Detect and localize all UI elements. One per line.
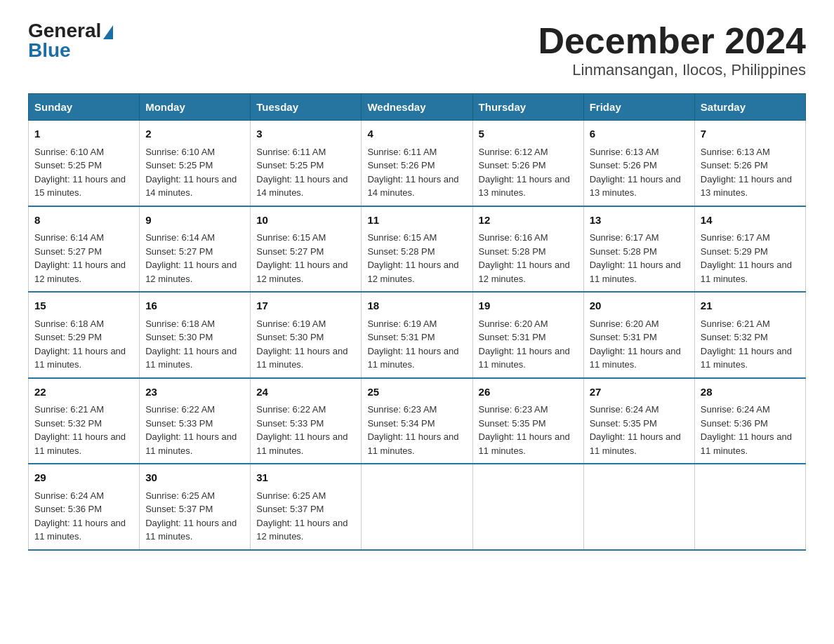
day-cell: 18 Sunrise: 6:19 AMSunset: 5:31 PMDaylig… [362,292,472,378]
day-info: Sunrise: 6:13 AMSunset: 5:26 PMDaylight:… [590,145,689,200]
day-info: Sunrise: 6:22 AMSunset: 5:33 PMDaylight:… [145,403,244,457]
day-cell: 24 Sunrise: 6:22 AMSunset: 5:33 PMDaylig… [251,378,362,464]
day-info: Sunrise: 6:20 AMSunset: 5:31 PMDaylight:… [479,317,578,372]
calendar-table: SundayMondayTuesdayWednesdayThursdayFrid… [28,93,806,551]
day-cell: 6 Sunrise: 6:13 AMSunset: 5:26 PMDayligh… [583,121,694,206]
week-row-2: 8 Sunrise: 6:14 AMSunset: 5:27 PMDayligh… [29,206,806,293]
day-cell [362,464,472,550]
week-row-1: 1 Sunrise: 6:10 AMSunset: 5:25 PMDayligh… [29,121,806,206]
day-cell: 30 Sunrise: 6:25 AMSunset: 5:37 PMDaylig… [140,464,251,550]
day-cell: 11 Sunrise: 6:15 AMSunset: 5:28 PMDaylig… [362,206,472,293]
day-cell: 15 Sunrise: 6:18 AMSunset: 5:29 PMDaylig… [29,292,140,378]
day-info: Sunrise: 6:11 AMSunset: 5:26 PMDaylight:… [367,145,466,200]
day-number: 29 [34,470,133,486]
day-number: 19 [479,298,578,314]
day-cell: 19 Sunrise: 6:20 AMSunset: 5:31 PMDaylig… [472,292,583,378]
day-info: Sunrise: 6:12 AMSunset: 5:26 PMDaylight:… [479,145,578,200]
day-info: Sunrise: 6:19 AMSunset: 5:30 PMDaylight:… [256,317,355,372]
day-number: 18 [367,298,466,314]
day-number: 8 [34,213,133,229]
day-info: Sunrise: 6:19 AMSunset: 5:31 PMDaylight:… [367,317,466,372]
day-cell [583,464,694,550]
day-cell: 1 Sunrise: 6:10 AMSunset: 5:25 PMDayligh… [29,121,140,206]
day-number: 10 [256,213,355,229]
day-info: Sunrise: 6:14 AMSunset: 5:27 PMDaylight:… [34,231,133,286]
day-cell: 21 Sunrise: 6:21 AMSunset: 5:32 PMDaylig… [694,292,805,378]
day-info: Sunrise: 6:24 AMSunset: 5:35 PMDaylight:… [590,403,689,457]
day-number: 25 [367,384,466,401]
day-number: 23 [145,384,244,401]
day-cell: 28 Sunrise: 6:24 AMSunset: 5:36 PMDaylig… [694,378,805,464]
week-row-4: 22 Sunrise: 6:21 AMSunset: 5:32 PMDaylig… [29,378,806,464]
day-number: 13 [590,213,689,229]
day-number: 31 [256,470,355,486]
day-info: Sunrise: 6:18 AMSunset: 5:29 PMDaylight:… [34,317,133,372]
header-cell-thursday: Thursday [472,94,583,121]
day-number: 17 [256,298,355,314]
day-info: Sunrise: 6:18 AMSunset: 5:30 PMDaylight:… [145,317,244,372]
day-number: 2 [145,126,244,142]
header-row: SundayMondayTuesdayWednesdayThursdayFrid… [29,94,806,121]
day-number: 27 [590,384,689,401]
day-number: 22 [34,384,133,401]
logo-general: General [28,21,101,41]
day-cell: 13 Sunrise: 6:17 AMSunset: 5:28 PMDaylig… [583,206,694,293]
header-cell-monday: Monday [140,94,251,121]
day-number: 11 [367,213,466,229]
day-info: Sunrise: 6:24 AMSunset: 5:36 PMDaylight:… [701,403,800,457]
day-cell: 2 Sunrise: 6:10 AMSunset: 5:25 PMDayligh… [140,121,251,206]
calendar-header: SundayMondayTuesdayWednesdayThursdayFrid… [29,94,806,121]
day-number: 4 [367,126,466,142]
day-info: Sunrise: 6:23 AMSunset: 5:35 PMDaylight:… [479,403,578,457]
day-info: Sunrise: 6:15 AMSunset: 5:27 PMDaylight:… [256,231,355,286]
calendar-body: 1 Sunrise: 6:10 AMSunset: 5:25 PMDayligh… [29,121,806,550]
day-info: Sunrise: 6:25 AMSunset: 5:37 PMDaylight:… [256,489,355,544]
day-cell: 12 Sunrise: 6:16 AMSunset: 5:28 PMDaylig… [472,206,583,293]
header-cell-sunday: Sunday [29,94,140,121]
logo-blue: Blue [28,39,71,61]
day-info: Sunrise: 6:13 AMSunset: 5:26 PMDaylight:… [701,145,800,200]
header-cell-wednesday: Wednesday [362,94,472,121]
day-cell: 4 Sunrise: 6:11 AMSunset: 5:26 PMDayligh… [362,121,472,206]
day-cell: 25 Sunrise: 6:23 AMSunset: 5:34 PMDaylig… [362,378,472,464]
day-cell: 31 Sunrise: 6:25 AMSunset: 5:37 PMDaylig… [251,464,362,550]
day-number: 15 [34,298,133,314]
day-number: 28 [701,384,800,401]
day-info: Sunrise: 6:22 AMSunset: 5:33 PMDaylight:… [256,403,355,457]
week-row-5: 29 Sunrise: 6:24 AMSunset: 5:36 PMDaylig… [29,464,806,550]
day-cell: 26 Sunrise: 6:23 AMSunset: 5:35 PMDaylig… [472,378,583,464]
day-info: Sunrise: 6:17 AMSunset: 5:29 PMDaylight:… [701,231,800,286]
day-number: 20 [590,298,689,314]
day-number: 24 [256,384,355,401]
day-info: Sunrise: 6:15 AMSunset: 5:28 PMDaylight:… [367,231,466,286]
day-cell: 27 Sunrise: 6:24 AMSunset: 5:35 PMDaylig… [583,378,694,464]
day-info: Sunrise: 6:10 AMSunset: 5:25 PMDaylight:… [34,145,133,200]
day-cell: 29 Sunrise: 6:24 AMSunset: 5:36 PMDaylig… [29,464,140,550]
day-cell: 23 Sunrise: 6:22 AMSunset: 5:33 PMDaylig… [140,378,251,464]
day-cell: 14 Sunrise: 6:17 AMSunset: 5:29 PMDaylig… [694,206,805,293]
day-cell: 5 Sunrise: 6:12 AMSunset: 5:26 PMDayligh… [472,121,583,206]
day-number: 26 [479,384,578,401]
day-cell: 9 Sunrise: 6:14 AMSunset: 5:27 PMDayligh… [140,206,251,293]
day-info: Sunrise: 6:24 AMSunset: 5:36 PMDaylight:… [34,489,133,544]
day-number: 21 [701,298,800,314]
day-cell: 3 Sunrise: 6:11 AMSunset: 5:25 PMDayligh… [251,121,362,206]
day-info: Sunrise: 6:23 AMSunset: 5:34 PMDaylight:… [367,403,466,457]
day-cell [694,464,805,550]
logo-triangle-icon [103,25,113,39]
day-number: 1 [34,126,133,142]
header-cell-saturday: Saturday [694,94,805,121]
day-info: Sunrise: 6:10 AMSunset: 5:25 PMDaylight:… [145,145,244,200]
day-number: 9 [145,213,244,229]
header-cell-friday: Friday [583,94,694,121]
day-number: 7 [701,126,800,142]
day-info: Sunrise: 6:21 AMSunset: 5:32 PMDaylight:… [34,403,133,457]
day-cell: 22 Sunrise: 6:21 AMSunset: 5:32 PMDaylig… [29,378,140,464]
day-info: Sunrise: 6:16 AMSunset: 5:28 PMDaylight:… [479,231,578,286]
title-block: December 2024 Linmansangan, Ilocos, Phil… [538,21,806,79]
logo: General Blue [28,21,113,60]
day-number: 30 [145,470,244,486]
day-info: Sunrise: 6:21 AMSunset: 5:32 PMDaylight:… [701,317,800,372]
day-info: Sunrise: 6:20 AMSunset: 5:31 PMDaylight:… [590,317,689,372]
day-cell: 7 Sunrise: 6:13 AMSunset: 5:26 PMDayligh… [694,121,805,206]
